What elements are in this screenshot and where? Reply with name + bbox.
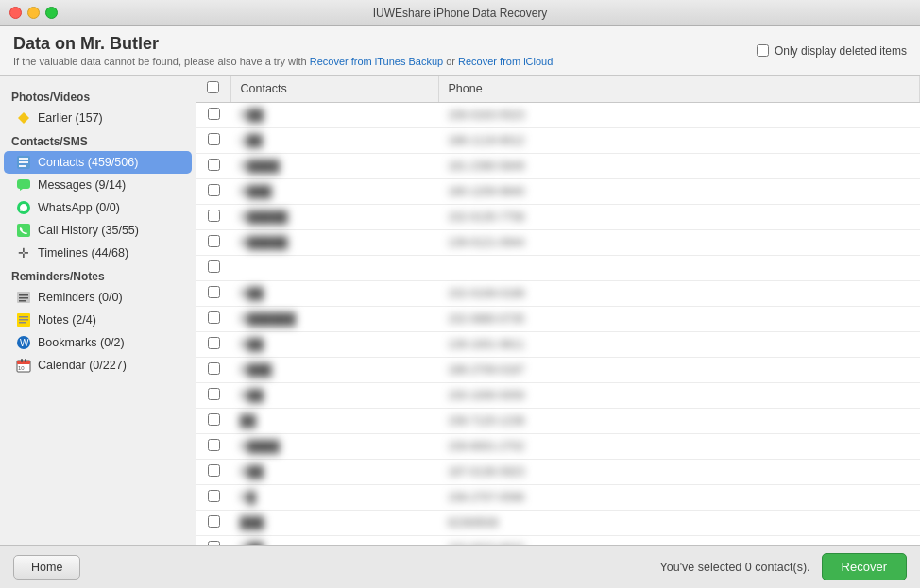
- row-checkbox-cell: [196, 332, 230, 358]
- row-checkbox[interactable]: [208, 362, 220, 375]
- sidebar-item-calendar[interactable]: 10Calendar (0/227): [4, 354, 192, 377]
- contacts-icon: [15, 154, 32, 171]
- page-title: Data on Mr. Butler: [13, 34, 553, 54]
- sidebar-item-label-whatsapp: WhatsApp (0/0): [38, 201, 120, 214]
- table-row: [196, 256, 920, 281]
- messages-icon: [15, 176, 32, 193]
- svg-rect-8: [17, 224, 30, 237]
- sidebar-item-contacts[interactable]: Contacts (459/506): [4, 151, 192, 174]
- only-deleted-label: Only display deleted items: [775, 44, 907, 58]
- contact-phone-cell: 62369508: [438, 511, 920, 536]
- svg-rect-13: [19, 300, 26, 302]
- row-checkbox-cell: [196, 179, 230, 205]
- table-row: B██152-0108-0188: [196, 281, 920, 307]
- table-row: ███62369508: [196, 511, 920, 536]
- reminders-icon: [15, 289, 32, 306]
- home-button[interactable]: Home: [13, 555, 80, 580]
- sidebar-item-earlier[interactable]: Earlier (157): [4, 107, 192, 129]
- row-checkbox[interactable]: [208, 337, 220, 349]
- contact-phone-cell: 152-0135-7758: [438, 205, 920, 230]
- sidebar-item-timelines[interactable]: ✛Timelines (44/68): [4, 242, 192, 264]
- row-checkbox[interactable]: [208, 311, 220, 324]
- contact-phone-cell: 180-1209-9840: [438, 179, 920, 205]
- contact-name-cell: B█████: [230, 205, 438, 230]
- callhistory-icon: [15, 222, 32, 239]
- row-checkbox[interactable]: [208, 235, 220, 247]
- col-phone-header: Phone: [438, 76, 920, 103]
- svg-rect-4: [19, 165, 26, 167]
- contact-name-cell: B████: [230, 434, 438, 460]
- svg-marker-6: [20, 189, 23, 191]
- row-checkbox[interactable]: [208, 439, 220, 451]
- contact-name-cell: B██████: [230, 307, 438, 332]
- table-row: B████181-2390-5849: [196, 154, 920, 179]
- row-checkbox[interactable]: [208, 490, 220, 502]
- sidebar-item-whatsapp[interactable]: WhatsApp (0/0): [4, 196, 192, 219]
- row-checkbox[interactable]: [208, 133, 220, 145]
- header-left: Data on Mr. Butler If the valuable data …: [13, 34, 553, 67]
- row-checkbox-cell: [196, 307, 230, 332]
- row-checkbox[interactable]: [208, 108, 220, 120]
- contact-name-cell: B████: [230, 154, 438, 179]
- close-button[interactable]: [9, 7, 22, 19]
- svg-rect-15: [19, 316, 28, 318]
- table-row: B███188-2709-0187: [196, 358, 920, 383]
- contact-name-cell: B██: [230, 332, 438, 358]
- contact-name-cell: L██: [230, 128, 438, 154]
- window-title: IUWEshare iPhone Data Recovery: [373, 7, 548, 20]
- row-checkbox[interactable]: [208, 388, 220, 400]
- row-checkbox[interactable]: [208, 260, 220, 273]
- row-checkbox[interactable]: [208, 541, 220, 545]
- icloud-link[interactable]: Recover from iCloud: [458, 56, 553, 67]
- maximize-button[interactable]: [45, 7, 58, 19]
- sidebar-item-label-earlier: Earlier (157): [38, 111, 103, 125]
- row-checkbox[interactable]: [208, 413, 220, 426]
- table-scroll[interactable]: Contacts Phone B██156-0163-5523L██188-11…: [196, 76, 920, 545]
- svg-rect-16: [19, 319, 28, 321]
- itunes-backup-link[interactable]: Recover from iTunes Backup: [310, 56, 443, 67]
- row-checkbox[interactable]: [208, 464, 220, 477]
- row-checkbox[interactable]: [208, 210, 220, 222]
- sidebar-item-notes[interactable]: Notes (2/4): [4, 309, 192, 331]
- sidebar-item-reminders[interactable]: Reminders (0/0): [4, 286, 192, 309]
- svg-text:10: 10: [18, 365, 25, 371]
- window-controls[interactable]: [9, 7, 58, 19]
- table-row: B█████152-0135-7758: [196, 205, 920, 230]
- contact-phone-cell: 153-0023-8632: [438, 536, 920, 546]
- sidebar-item-messages[interactable]: Messages (9/14): [4, 174, 192, 196]
- row-checkbox[interactable]: [208, 286, 220, 298]
- contact-phone-cell: 152-0108-0188: [438, 281, 920, 307]
- row-checkbox-cell: [196, 281, 230, 307]
- minimize-button[interactable]: [27, 7, 40, 19]
- row-checkbox[interactable]: [208, 159, 220, 171]
- timelines-icon: ✛: [15, 244, 32, 261]
- header-right: Only display deleted items: [757, 44, 907, 58]
- recover-button[interactable]: Recover: [822, 553, 907, 580]
- col-checkbox-header: [196, 76, 230, 103]
- sidebar-item-bookmarks[interactable]: WBookmarks (0/2): [4, 331, 192, 354]
- row-checkbox[interactable]: [208, 515, 220, 528]
- contact-phone-cell: 159-8001-2702: [438, 434, 920, 460]
- row-checkbox[interactable]: [208, 184, 220, 196]
- row-checkbox-cell: [196, 485, 230, 511]
- row-checkbox-cell: [196, 409, 230, 434]
- sidebar-item-callhistory[interactable]: Call History (35/55): [4, 219, 192, 242]
- sidebar-item-label-calendar: Calendar (0/227): [38, 359, 127, 372]
- contact-name-cell: ███: [230, 511, 438, 536]
- contact-name-cell: B███: [230, 358, 438, 383]
- svg-rect-12: [19, 297, 28, 299]
- contact-phone-cell: 188-1119-9012: [438, 128, 920, 154]
- sidebar-item-label-callhistory: Call History (35/55): [38, 224, 139, 237]
- subtitle-or: or: [446, 56, 458, 67]
- row-checkbox-cell: [196, 256, 230, 281]
- contact-name-cell: B█: [230, 485, 438, 511]
- contact-name-cell: B██: [230, 536, 438, 546]
- contact-name-cell: B██: [230, 281, 438, 307]
- main-container: Data on Mr. Butler If the valuable data …: [0, 26, 920, 588]
- contact-name-cell: B██: [230, 460, 438, 485]
- table-row: B██156-0163-5523: [196, 103, 920, 128]
- select-all-checkbox[interactable]: [207, 81, 219, 93]
- svg-text:✛: ✛: [18, 245, 29, 260]
- table-row: B█████139-0121-0944: [196, 230, 920, 256]
- only-deleted-checkbox[interactable]: [757, 44, 769, 57]
